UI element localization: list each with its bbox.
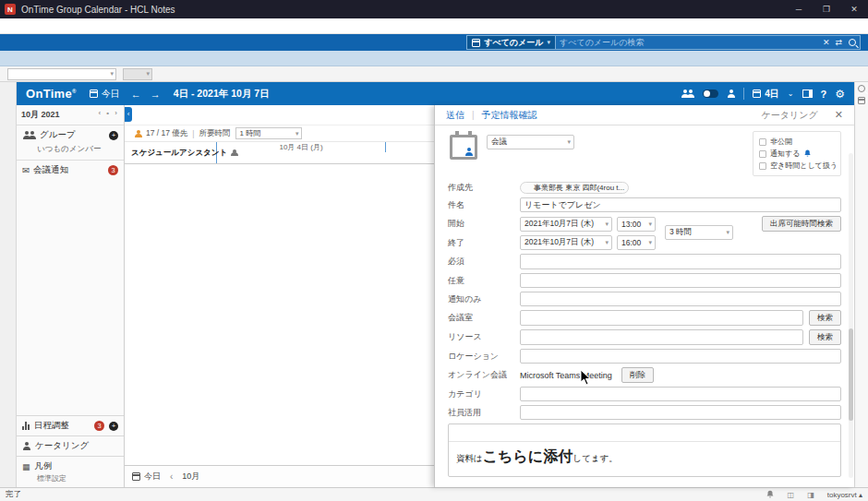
add-scheduling-button[interactable]: + <box>109 422 118 431</box>
server-name[interactable]: tokyosrvt ▴ <box>827 491 862 499</box>
start-time-select[interactable]: 13:00 <box>617 217 656 232</box>
required-attendees-field[interactable] <box>520 254 841 269</box>
location-input[interactable] <box>520 349 841 364</box>
start-date-select[interactable]: 2021年10月7日 (木) <box>520 217 612 232</box>
assistant-title: スケジュールアシスタント <box>131 148 227 159</box>
notes-toolbar: すべてのメール ▾ ✕ ⇄ <box>0 34 868 51</box>
duration-select[interactable]: 3 時間 <box>665 225 733 240</box>
legend-sub[interactable]: 標準設定 <box>22 473 118 483</box>
panel-scrollbar[interactable] <box>849 153 853 478</box>
sidebar-item-catering[interactable]: ケータリング <box>17 435 124 456</box>
duration-select[interactable]: 1 時間 <box>235 127 302 139</box>
status-bar: 完了 ◫ ◨ tokyosrvt ▴ <box>0 487 868 501</box>
window-mode-icon[interactable]: ◫ <box>788 491 795 499</box>
search-scope-dropdown[interactable]: すべてのメール ▾ <box>466 35 556 50</box>
custom-field-input[interactable] <box>520 405 841 420</box>
gear-icon[interactable]: ⚙ <box>835 88 845 101</box>
search-scope-label: すべてのメール <box>484 37 543 49</box>
next-arrow[interactable]: → <box>151 89 161 100</box>
notify-checkbox[interactable] <box>759 150 766 158</box>
calendar-icon[interactable] <box>858 97 865 104</box>
online-meeting-value: Microsoft Teams Meeting <box>520 371 612 380</box>
action-bar: ‹ <box>125 105 434 125</box>
today-button[interactable]: 今日 <box>132 471 161 483</box>
optional-attendees-input[interactable] <box>520 273 841 288</box>
resource-search-button[interactable]: 検索 <box>809 329 841 345</box>
chevron-down-icon: ▾ <box>547 39 550 46</box>
format-toolbar <box>0 66 868 82</box>
chevron-down-icon[interactable]: ⌄ <box>788 89 794 98</box>
search-input[interactable] <box>560 38 817 47</box>
category-input[interactable] <box>520 387 841 401</box>
end-date-select[interactable]: 2021年10月7日 (木) <box>520 235 612 250</box>
minimize-button[interactable]: ─ <box>785 0 813 18</box>
duration-label: 所要時間 <box>199 128 231 139</box>
end-time-select[interactable]: 16:00 <box>617 235 656 250</box>
font-select[interactable] <box>7 68 116 80</box>
send-button[interactable]: 送信 <box>446 109 464 122</box>
people-icon[interactable] <box>681 89 694 98</box>
catering-icon <box>22 442 30 450</box>
resources-field[interactable] <box>520 329 803 345</box>
fyi-input[interactable] <box>520 292 841 306</box>
date-strip: 今日 ‹ 10月 <box>125 465 434 487</box>
bell-icon <box>803 149 812 158</box>
confirm-info-button[interactable]: 予定情報確認 <box>482 109 537 122</box>
calendar-icon <box>132 472 140 481</box>
flags-box: 非公開 通知する 空き時間として扱う <box>753 131 841 176</box>
created-by-chip[interactable]: 事業部長 東京 四郎(4rou t... <box>520 182 629 194</box>
rooms-field[interactable] <box>520 310 803 326</box>
bell-icon[interactable] <box>766 490 775 499</box>
today-button[interactable]: 今日 <box>90 88 120 101</box>
view-selector[interactable]: 4日 <box>753 88 779 101</box>
close-panel-icon[interactable]: ✕ <box>835 109 843 121</box>
sidebar-item-scheduling[interactable]: 日程調整 3 + <box>17 415 124 435</box>
mini-calendar: 10月 2021‹ • › <box>17 105 124 125</box>
mail-scope-icon <box>472 39 480 47</box>
font-size-select[interactable] <box>123 68 152 80</box>
clear-search-icon[interactable]: ✕ <box>823 38 830 47</box>
find-time-button[interactable]: 出席可能時間検索 <box>762 216 841 232</box>
close-button[interactable]: ✕ <box>840 0 868 18</box>
window-titlebar: N OnTime Group Calendar - HCL Notes ─ ❐ … <box>0 0 868 18</box>
schedule-area: ‹ 17 / 17 優先 | 所要時間 1 時間 スケジュールアシスタント <box>125 105 434 487</box>
person-count-icon <box>134 130 141 137</box>
calendar-icon <box>753 89 761 98</box>
private-checkbox[interactable] <box>759 138 766 146</box>
person-icon[interactable] <box>727 89 735 98</box>
free-time-checkbox[interactable] <box>759 162 766 170</box>
window-mode-icon-2[interactable]: ◨ <box>807 491 814 499</box>
collapse-sidebar-button[interactable]: ‹ <box>125 107 132 122</box>
add-group-button[interactable]: + <box>109 131 118 140</box>
mini-cal-nav[interactable]: ‹ • › <box>98 109 119 121</box>
panel-toggle-icon[interactable] <box>802 89 813 98</box>
app-icon: N <box>5 4 16 15</box>
legend-icon: ▦ <box>22 462 30 471</box>
search-icon[interactable] <box>849 39 856 46</box>
room-search-button[interactable]: 検索 <box>809 310 841 326</box>
search-icon[interactable] <box>858 85 865 92</box>
prev-month-arrow[interactable]: ‹ <box>170 471 173 482</box>
swap-icon[interactable]: ⇄ <box>835 38 842 47</box>
view-toggle[interactable] <box>703 89 718 98</box>
date-range-label: 4日 - 2021年 10月 7日 <box>174 88 270 101</box>
groups-title: グループ <box>40 129 76 141</box>
mini-cal-title: 10月 2021 <box>21 109 60 121</box>
sidebar: 10月 2021‹ • › グループ+ いつものメンバー ✉会議通知3 日程調整… <box>17 105 125 487</box>
selection-bar: 17 / 17 優先 | 所要時間 1 時間 <box>125 125 434 142</box>
group-icon <box>22 131 36 139</box>
maximize-button[interactable]: ❐ <box>813 0 840 18</box>
editor-body[interactable]: 資料はこちらに添付してます。 <box>449 442 840 476</box>
body-editor: 資料はこちらに添付してます。 <box>448 423 841 477</box>
groups-section: グループ+ いつものメンバー <box>17 125 124 160</box>
subject-input[interactable] <box>520 197 841 212</box>
event-editor-panel: 送信 | 予定情報確認 ケータリング ✕ 会議 非公開 通知する 空 <box>434 105 854 487</box>
sidebar-item-legend[interactable]: ▦凡例 標準設定 <box>17 456 124 487</box>
prev-arrow[interactable]: ← <box>131 89 141 100</box>
delete-online-button[interactable]: 削除 <box>621 367 654 383</box>
event-type-select[interactable]: 会議 <box>487 135 574 149</box>
bar-chart-icon <box>22 422 30 430</box>
help-button[interactable]: ? <box>821 89 827 100</box>
panel-title: ケータリング <box>762 109 818 122</box>
group-item[interactable]: いつものメンバー <box>22 141 118 156</box>
